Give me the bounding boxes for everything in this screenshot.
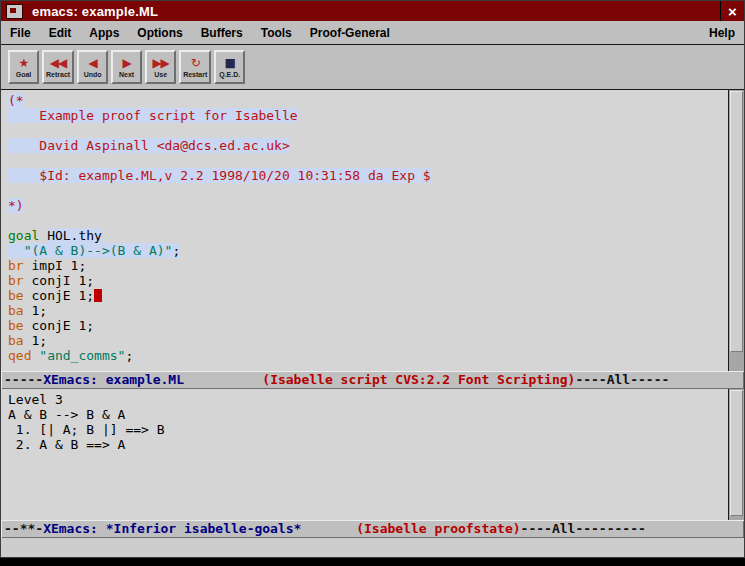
- code-line: be conjE 1;: [8, 288, 728, 303]
- menu-item-proof-general[interactable]: Proof-General: [301, 23, 399, 43]
- window-menu-icon[interactable]: [6, 4, 23, 19]
- goals-window: Level 3A & B --> B & A 1. [| A; B |] ==>…: [1, 389, 744, 520]
- code-segment: ba: [8, 333, 24, 348]
- goals-scrollbar[interactable]: [728, 389, 744, 520]
- code-segment: HOL.thy: [47, 228, 102, 243]
- menu-item-options[interactable]: Options: [128, 23, 191, 43]
- code-segment: (*: [8, 93, 24, 108]
- menu-item-apps[interactable]: Apps: [80, 23, 128, 43]
- code-segment: Example proof script for Isabelle: [8, 108, 298, 123]
- menu-item-tools[interactable]: Tools: [252, 23, 301, 43]
- menu-item-help[interactable]: Help: [700, 23, 744, 43]
- toolbar-button-label: Restart: [183, 70, 207, 79]
- modeline-1: -----XEmacs: example.ML (Isabelle script…: [1, 371, 744, 389]
- undo-button[interactable]: ◀Undo: [77, 50, 108, 84]
- text-cursor: [94, 289, 102, 302]
- editor-text[interactable]: (* Example proof script for Isabelle Dav…: [1, 90, 728, 371]
- menubar: FileEditAppsOptionsBuffersToolsProof-Gen…: [1, 21, 744, 45]
- code-line: [8, 213, 728, 228]
- goal-icon: ★: [19, 56, 29, 70]
- toolbar-button-label: Use: [154, 70, 167, 79]
- code-line: qed "and_comms";: [8, 348, 728, 363]
- next-button[interactable]: ▶Next: [111, 50, 142, 84]
- code-line: [8, 153, 728, 168]
- menubar-items: FileEditAppsOptionsBuffersToolsProof-Gen…: [1, 23, 399, 43]
- code-segment: conjE 1;: [24, 318, 94, 333]
- code-segment: [8, 243, 24, 258]
- qed-button[interactable]: ■Q.E.D.: [214, 50, 245, 84]
- modeline-segment: (Isabelle proofstate): [356, 521, 520, 536]
- code-segment: br: [8, 273, 24, 288]
- code-line: $Id: example.ML,v 2.2 1998/10/20 10:31:5…: [8, 168, 728, 183]
- code-line: br impI 1;: [8, 258, 728, 273]
- modeline-segment: --**-: [4, 521, 43, 536]
- code-segment: be: [8, 318, 24, 333]
- modeline-segment: [301, 521, 356, 536]
- code-segment: impI 1;: [24, 258, 87, 273]
- use-button[interactable]: ▶▶Use: [145, 50, 176, 84]
- code-line: "(A & B)-->(B & A)";: [8, 243, 728, 258]
- modeline-2: --**-XEmacs: *Inferior isabelle-goals* (…: [1, 520, 744, 538]
- toolbar-button-label: Goal: [16, 70, 32, 79]
- code-line: goal HOL.thy: [8, 228, 728, 243]
- goals-text[interactable]: Level 3A & B --> B & A 1. [| A; B |] ==>…: [1, 389, 728, 520]
- modeline-segment: ----All---------: [521, 521, 646, 536]
- code-segment: br: [8, 258, 24, 273]
- code-segment: 1;: [24, 333, 47, 348]
- code-segment: goal: [8, 228, 39, 243]
- editor-scrollbar[interactable]: [728, 90, 744, 371]
- retract-button[interactable]: ◀◀Retract: [42, 50, 74, 84]
- modeline-segment: (Isabelle script CVS:2.2 Font Scripting): [262, 372, 575, 387]
- code-line: [8, 123, 728, 138]
- code-segment: [39, 228, 47, 243]
- code-segment: be: [8, 288, 24, 303]
- xemacs-window: emacs: example.ML × FileEditAppsOptionsB…: [0, 0, 745, 558]
- titlebar[interactable]: emacs: example.ML ×: [1, 1, 744, 21]
- window-title: emacs: example.ML: [32, 4, 158, 19]
- modeline-segment: -----: [4, 372, 43, 387]
- code-segment: David Aspinall <da@dcs.ed.ac.uk>: [8, 138, 290, 153]
- goals-line: A & B --> B & A: [8, 407, 728, 422]
- undo-icon: ◀: [89, 56, 97, 70]
- code-line: *): [8, 198, 728, 213]
- menu-item-buffers[interactable]: Buffers: [192, 23, 252, 43]
- toolbar-button-label: Retract: [46, 70, 70, 79]
- minibuffer[interactable]: [1, 538, 744, 557]
- window-menu-icon-glyph: [10, 8, 16, 13]
- code-segment: ;: [125, 348, 133, 363]
- code-segment: conjI 1;: [24, 273, 94, 288]
- restart-button[interactable]: ↻Restart: [179, 50, 211, 84]
- menu-item-edit[interactable]: Edit: [40, 23, 81, 43]
- code-line: David Aspinall <da@dcs.ed.ac.uk>: [8, 138, 728, 153]
- toolbar-button-label: Undo: [84, 70, 102, 79]
- code-segment: 1;: [24, 303, 47, 318]
- code-line: Example proof script for Isabelle: [8, 108, 728, 123]
- close-icon: ×: [728, 4, 737, 19]
- code-line: ba 1;: [8, 303, 728, 318]
- modeline-segment: [184, 372, 262, 387]
- goals-line: Level 3: [8, 392, 728, 407]
- code-line: (*: [8, 93, 728, 108]
- toolbar-button-label: Next: [119, 70, 134, 79]
- goals-scrollbar-thumb[interactable]: [730, 390, 743, 516]
- goals-line: 1. [| A; B |] ==> B: [8, 422, 728, 437]
- editor-window: (* Example proof script for Isabelle Dav…: [1, 90, 744, 371]
- toolbar: ★Goal◀◀Retract◀Undo▶Next▶▶Use↻Restart■Q.…: [1, 45, 744, 90]
- next-icon: ▶: [123, 56, 131, 70]
- code-line: be conjE 1;: [8, 318, 728, 333]
- modeline-segment: XEmacs: example.ML: [43, 372, 184, 387]
- modeline-segment: XEmacs: *Inferior isabelle-goals*: [43, 521, 301, 536]
- qed-icon: ■: [225, 56, 235, 70]
- close-button[interactable]: ×: [720, 1, 744, 21]
- code-segment: conjE 1;: [24, 288, 94, 303]
- menu-item-file[interactable]: File: [1, 23, 40, 43]
- goals-line: 2. A & B ==> A: [8, 437, 728, 452]
- toolbar-button-label: Q.E.D.: [219, 70, 240, 79]
- modeline-segment: ----All-----: [575, 372, 669, 387]
- code-segment: $Id: example.ML,v 2.2 1998/10/20 10:31:5…: [8, 168, 431, 183]
- code-segment: "(A & B)-->(B & A)": [24, 243, 173, 258]
- use-icon: ▶▶: [152, 56, 168, 70]
- retract-icon: ◀◀: [50, 56, 66, 70]
- editor-scrollbar-thumb[interactable]: [730, 91, 743, 352]
- goal-button[interactable]: ★Goal: [8, 50, 39, 84]
